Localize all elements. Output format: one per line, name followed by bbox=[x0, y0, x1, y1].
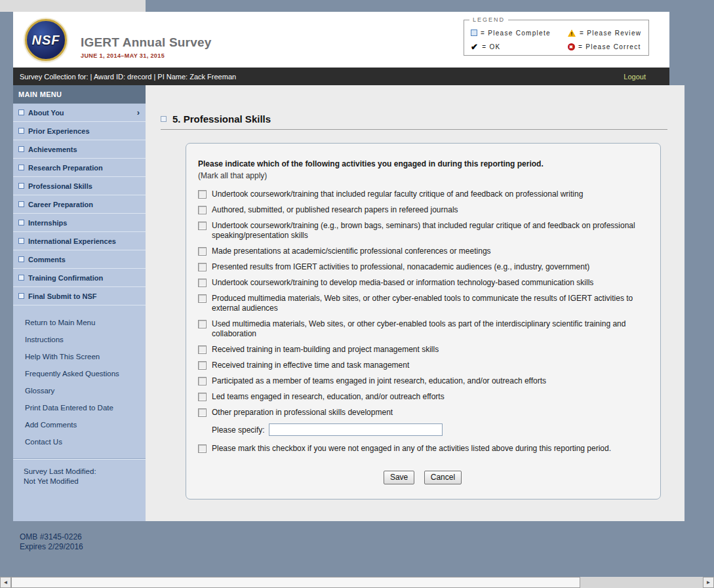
save-button[interactable]: Save bbox=[384, 471, 414, 484]
activity-row: Used multimedia materials, Web sites, or… bbox=[198, 319, 647, 339]
activity-checkbox[interactable] bbox=[198, 408, 207, 417]
link-help-with-this-screen[interactable]: Help With This Screen bbox=[13, 348, 146, 365]
legend-item-complete: = Please Complete bbox=[471, 28, 568, 37]
top-left-sliver bbox=[0, 0, 146, 12]
survey-collection-info: Survey Collection for: | Award ID: dreco… bbox=[20, 73, 236, 81]
activity-checkbox[interactable] bbox=[198, 222, 207, 230]
nsf-logo-text: NSF bbox=[27, 21, 65, 59]
activity-checkbox[interactable] bbox=[198, 190, 207, 199]
activity-row: Made presentations at academic/scientifi… bbox=[198, 246, 647, 256]
button-row: Save Cancel bbox=[198, 471, 647, 484]
status-checkbox-icon bbox=[18, 109, 24, 115]
activity-row: Authored, submitted, or published resear… bbox=[198, 205, 647, 215]
form-note: (Mark all that apply) bbox=[198, 171, 647, 180]
activity-checkbox[interactable] bbox=[198, 361, 207, 370]
status-checkbox-icon bbox=[18, 293, 24, 299]
legend-title: LEGEND bbox=[469, 16, 508, 23]
legend-label: = Please Complete bbox=[481, 29, 551, 37]
link-faq[interactable]: Frequently Asked Questions bbox=[13, 365, 146, 382]
sidebar-item-about-you[interactable]: About You › bbox=[13, 104, 146, 122]
sidebar-item-research-preparation[interactable]: Research Preparation bbox=[13, 159, 146, 177]
activity-row: Led teams engaged in research, education… bbox=[198, 392, 647, 402]
omb-number: OMB #3145-0226 bbox=[20, 532, 83, 542]
cancel-button[interactable]: Cancel bbox=[424, 471, 462, 484]
omb-footer: OMB #3145-0226 Expires 2/29/2016 bbox=[20, 532, 83, 552]
please-specify-label: Please specify: bbox=[212, 425, 265, 435]
activity-checkbox[interactable] bbox=[198, 345, 207, 354]
activity-checkbox[interactable] bbox=[198, 247, 207, 256]
status-checkbox-icon bbox=[18, 146, 24, 152]
status-checkbox-icon bbox=[18, 183, 24, 189]
survey-period: JUNE 1, 2014–MAY 31, 2015 bbox=[81, 52, 211, 59]
sidebar: MAIN MENU About You › Prior Experiences … bbox=[13, 85, 146, 521]
chevron-right-icon: › bbox=[137, 108, 146, 117]
activity-checkbox[interactable] bbox=[198, 294, 207, 303]
legend-label: = Please Review bbox=[580, 29, 641, 37]
activity-checkbox[interactable] bbox=[198, 206, 207, 214]
status-checkbox-icon bbox=[18, 238, 24, 244]
activity-checkbox[interactable] bbox=[198, 263, 207, 271]
no-activities-checkbox[interactable] bbox=[198, 444, 207, 453]
section-status-checkbox-icon bbox=[161, 116, 167, 122]
legend-label: = Please Correct bbox=[578, 43, 641, 50]
sidebar-item-training-confirmation[interactable]: Training Confirmation bbox=[13, 269, 146, 287]
sidebar-item-comments[interactable]: Comments bbox=[13, 250, 146, 269]
link-instructions[interactable]: Instructions bbox=[13, 331, 146, 348]
legend-item-correct: ✖ = Please Correct bbox=[568, 42, 642, 51]
sidebar-links: Return to Main Menu Instructions Help Wi… bbox=[13, 314, 146, 450]
section-rule bbox=[161, 129, 667, 130]
sidebar-item-internships[interactable]: Internships bbox=[13, 214, 146, 232]
page-title: 5. Professional Skills bbox=[172, 113, 271, 125]
activity-checkbox[interactable] bbox=[198, 377, 207, 385]
sidebar-item-career-preparation[interactable]: Career Preparation bbox=[13, 195, 146, 214]
survey-info-bar: Survey Collection for: | Award ID: dreco… bbox=[13, 68, 669, 85]
scrollbar-thumb[interactable] bbox=[11, 577, 580, 588]
link-add-comments[interactable]: Add Comments bbox=[13, 416, 146, 433]
activity-checkbox[interactable] bbox=[198, 393, 207, 401]
scroll-left-arrow-icon[interactable]: ◄ bbox=[0, 577, 11, 588]
nsf-logo-icon: NSF bbox=[25, 19, 67, 61]
please-specify-input[interactable] bbox=[269, 423, 443, 436]
survey-last-modified: Survey Last Modified: Not Yet Modified bbox=[13, 460, 146, 494]
legend-box: LEGEND = Please Complete ! = Please Revi… bbox=[464, 20, 649, 56]
content-frame: NSF IGERT Annual Survey JUNE 1, 2014–MAY… bbox=[13, 12, 669, 521]
warning-triangle-icon: ! bbox=[568, 29, 576, 37]
activity-row: Participated as a member of teams engage… bbox=[198, 376, 647, 386]
section-head: 5. Professional Skills bbox=[161, 113, 667, 125]
no-activities-row: Please mark this checkbox if you were no… bbox=[198, 444, 647, 454]
status-checkbox-icon bbox=[18, 128, 24, 134]
activity-row: Received training in team-building and p… bbox=[198, 345, 647, 355]
main-content: 5. Professional Skills Please indicate w… bbox=[146, 85, 684, 521]
activity-checkbox[interactable] bbox=[198, 320, 207, 328]
logout-link[interactable]: Logout bbox=[624, 73, 646, 81]
sidebar-item-international-experiences[interactable]: International Experiences bbox=[13, 232, 146, 250]
activity-row: Received training in effective time and … bbox=[198, 361, 647, 370]
link-glossary[interactable]: Glossary bbox=[13, 382, 146, 399]
sidebar-item-achievements[interactable]: Achievements bbox=[13, 140, 146, 159]
sidebar-item-professional-skills[interactable]: Professional Skills bbox=[13, 177, 146, 195]
page: NSF IGERT Annual Survey JUNE 1, 2014–MAY… bbox=[0, 0, 714, 588]
horizontal-scrollbar[interactable]: ◄ ► bbox=[0, 577, 714, 588]
link-contact-us[interactable]: Contact Us bbox=[13, 433, 146, 450]
sidebar-item-final-submit[interactable]: Final Submit to NSF bbox=[13, 287, 146, 305]
legend-item-ok: ✔ = OK bbox=[471, 42, 568, 51]
link-print-data[interactable]: Print Data Entered to Date bbox=[13, 399, 146, 416]
activity-row: Produced multimedia materials, Web sites… bbox=[198, 294, 647, 313]
checkmark-icon: ✔ bbox=[471, 43, 479, 50]
sidebar-item-prior-experiences[interactable]: Prior Experiences bbox=[13, 122, 146, 140]
activity-checkbox[interactable] bbox=[198, 279, 207, 287]
form-instruction: Please indicate which of the following a… bbox=[198, 159, 647, 168]
status-checkbox-icon bbox=[18, 165, 24, 170]
app-title: IGERT Annual Survey bbox=[81, 35, 211, 50]
please-complete-icon bbox=[471, 29, 477, 36]
link-return-to-main-menu[interactable]: Return to Main Menu bbox=[13, 314, 146, 331]
header: NSF IGERT Annual Survey JUNE 1, 2014–MAY… bbox=[13, 12, 669, 68]
activity-row: Presented results from IGERT activities … bbox=[198, 262, 647, 272]
legend-item-review: ! = Please Review bbox=[568, 28, 642, 37]
status-checkbox-icon bbox=[18, 201, 24, 207]
legend-label: = OK bbox=[482, 43, 500, 50]
scroll-right-arrow-icon[interactable]: ► bbox=[703, 577, 714, 588]
activity-row: Undertook coursework/training to develop… bbox=[198, 278, 647, 288]
main-menu-header: MAIN MENU bbox=[13, 85, 146, 104]
activity-row: Undertook coursework/training (e.g., bro… bbox=[198, 221, 647, 241]
